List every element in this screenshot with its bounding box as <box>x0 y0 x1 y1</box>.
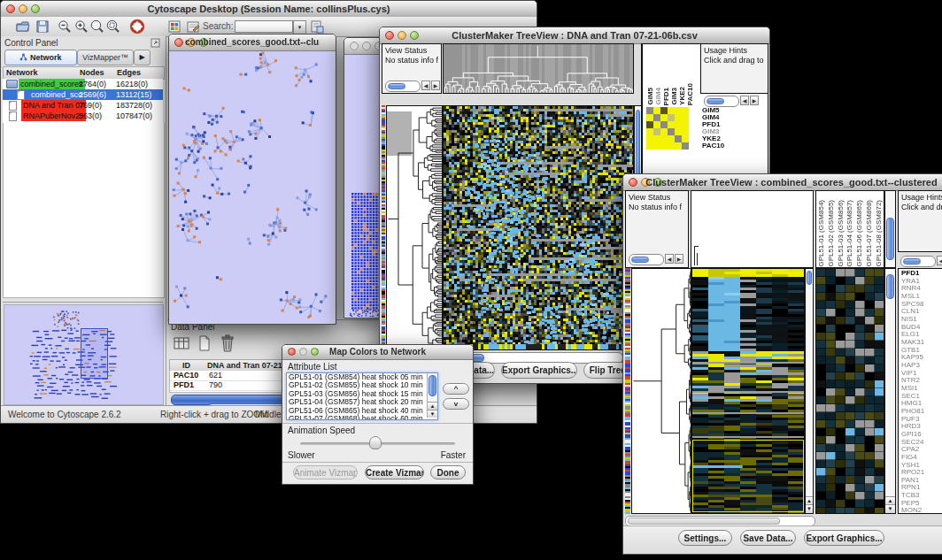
tv1-column-dendrogram[interactable] <box>444 44 633 93</box>
scrollbar-thumb[interactable] <box>903 258 921 265</box>
treeview2-title-bar[interactable]: ClusterMaker TreeView : combined_scores_… <box>623 174 942 191</box>
attribute-list-vscrollbar[interactable]: ▲ ▼ <box>427 373 437 418</box>
matrix-cell[interactable] <box>660 128 668 135</box>
close-icon[interactable] <box>350 42 359 50</box>
close-icon[interactable] <box>385 31 394 40</box>
matrix-cell[interactable] <box>660 142 668 150</box>
matrix-cell[interactable] <box>668 135 675 142</box>
scrollbar-track[interactable] <box>385 81 421 92</box>
tv2-usage-scrollbar[interactable]: ◀ ▶ <box>900 256 942 265</box>
matrix-cell[interactable] <box>675 107 682 114</box>
tv2-heatmap-pane[interactable] <box>691 268 805 514</box>
network-name[interactable]: RNAPuberNov2+ <box>21 111 86 121</box>
network-name[interactable]: DNA and Tran 07 <box>21 100 86 111</box>
delete-attribute-icon[interactable] <box>219 334 236 353</box>
done-button[interactable]: Done <box>430 465 466 479</box>
move-up-button[interactable]: ^ <box>443 383 469 395</box>
close-icon[interactable] <box>6 4 15 13</box>
new-attribute-icon[interactable] <box>196 334 213 352</box>
matrix-cell[interactable] <box>660 135 668 142</box>
network-table-row[interactable]: combined_sco2569(6)13112(15) <box>3 89 163 100</box>
matrix-cell[interactable] <box>660 121 668 128</box>
matrix-cell[interactable] <box>675 128 682 135</box>
matrix-cell[interactable] <box>660 114 668 121</box>
data-cell-value[interactable]: 621 <box>209 371 222 380</box>
network-table-row[interactable]: RNAPuberNov2+563(0)107847(0) <box>3 111 163 121</box>
matrix-cell[interactable] <box>682 135 689 142</box>
scrollbar-thumb[interactable] <box>388 83 405 89</box>
speed-slider-thumb[interactable] <box>369 436 382 449</box>
tv1-heatmap-pane[interactable] <box>443 105 634 350</box>
open-file-icon[interactable] <box>15 19 31 35</box>
scroll-down-icon[interactable]: ▼ <box>806 504 813 513</box>
tv1-global-strip[interactable] <box>382 105 385 350</box>
scrollbar-track[interactable] <box>900 256 936 267</box>
tv2-zoom-heatmap[interactable] <box>816 269 884 513</box>
save-session-icon[interactable] <box>35 19 50 35</box>
panel-divider[interactable] <box>3 302 163 303</box>
animate-vizmap-button[interactable]: Animate Vizmap <box>293 465 358 479</box>
close-icon[interactable] <box>629 178 637 187</box>
network-name[interactable]: combined_scores <box>19 79 85 89</box>
data-cell-id[interactable]: PAC10 <box>174 371 198 380</box>
tab-network[interactable]: Network <box>4 50 77 65</box>
matrix-cell[interactable] <box>653 114 660 121</box>
matrix-cell[interactable] <box>646 135 653 142</box>
annotation-icon[interactable] <box>185 19 201 35</box>
network-canvas[interactable] <box>170 51 333 322</box>
matrix-cell[interactable] <box>646 107 653 114</box>
dialog-title-bar[interactable]: Map Colors to Network <box>282 345 473 360</box>
header-nodes[interactable]: Nodes <box>80 67 104 79</box>
scrollbar-thumb[interactable] <box>886 274 894 299</box>
move-down-button[interactable]: v <box>443 398 469 410</box>
scroll-right-icon[interactable]: ▶ <box>431 81 440 90</box>
zoom-fit-icon[interactable] <box>89 19 105 35</box>
matrix-cell[interactable] <box>668 107 675 114</box>
scroll-left-icon[interactable]: ◀ <box>421 81 430 90</box>
network-name[interactable]: combined_sco <box>29 89 84 100</box>
scroll-right-icon[interactable]: ▶ <box>675 254 683 264</box>
matrix-cell[interactable] <box>646 128 653 135</box>
scrollbar-thumb[interactable] <box>807 271 812 285</box>
tv1-column-dendrogram-pane[interactable] <box>443 43 634 94</box>
matrix-cell[interactable] <box>653 135 660 142</box>
tv2-global-strip[interactable] <box>625 268 630 514</box>
matrix-cell[interactable] <box>675 121 682 128</box>
tab-vizmapper[interactable]: VizMapper™ <box>77 50 134 65</box>
scroll-right-icon[interactable]: ▶ <box>750 96 759 105</box>
zoom-in-icon[interactable] <box>73 19 89 35</box>
scroll-left-icon[interactable]: ◀ <box>665 254 674 264</box>
data-cell-id[interactable]: PFD1 <box>174 380 194 390</box>
scrollbar-thumb[interactable] <box>886 218 894 260</box>
attribute-select-icon[interactable] <box>173 334 190 352</box>
zoom-out-icon[interactable] <box>57 19 73 35</box>
search-input[interactable] <box>235 20 293 33</box>
scroll-up-icon[interactable]: ▲ <box>428 402 437 410</box>
data-cell-value[interactable]: 790 <box>209 380 222 390</box>
matrix-cell[interactable] <box>653 107 660 114</box>
matrix-cell[interactable] <box>653 121 660 128</box>
matrix-cell[interactable] <box>682 121 689 128</box>
network-view-title-bar[interactable]: combined_scores_good.txt--cluste... <box>169 35 336 51</box>
tv2-genes-vscrollbar[interactable]: ▲ ▼ <box>884 268 896 514</box>
minimize-icon[interactable] <box>362 42 371 50</box>
network-table-header[interactable]: Network Nodes Edges <box>3 66 165 80</box>
matrix-cell[interactable] <box>682 142 689 150</box>
network-table-row[interactable]: combined_scores2764(0)16218(0) <box>3 79 163 89</box>
tv2-column-dendrogram-pane[interactable] <box>691 190 814 268</box>
matrix-cell[interactable] <box>668 142 675 150</box>
scrollbar-track[interactable] <box>629 254 664 265</box>
tab-overflow-icon[interactable]: ▶ <box>134 50 151 65</box>
tv2-heatmap-vscrollbar[interactable]: ▲ ▼ <box>805 268 814 514</box>
scroll-down-icon[interactable]: ▼ <box>428 410 437 418</box>
treeview1-title-bar[interactable]: ClusterMaker TreeView : DNA and Tran 07-… <box>380 27 769 44</box>
vizmapper-palette-icon[interactable] <box>166 19 182 35</box>
attribute-list-item[interactable]: GPL51-07 (GSM868) heat shock 60 min <box>287 415 437 420</box>
matrix-cell[interactable] <box>646 142 653 150</box>
tv1-heatmap[interactable] <box>444 106 633 349</box>
tv1-row-dendrogram-pane[interactable] <box>386 105 443 350</box>
header-edges[interactable]: Edges <box>117 67 141 79</box>
matrix-cell[interactable] <box>682 107 689 114</box>
scrollbar-thumb[interactable] <box>429 375 436 396</box>
matrix-cell[interactable] <box>682 114 689 121</box>
